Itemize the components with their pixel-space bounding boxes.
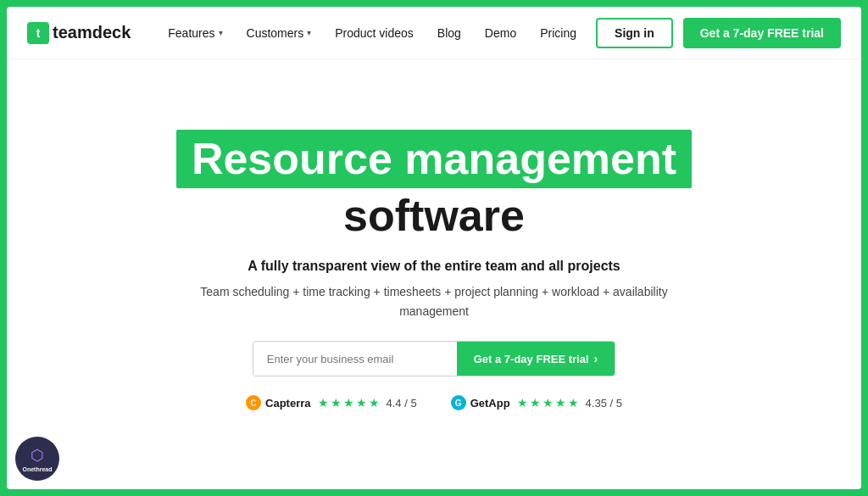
nav-item-blog[interactable]: Blog (427, 20, 471, 47)
getapp-score: 4.35 / 5 (586, 397, 622, 410)
rating-getapp: G GetApp ★ ★ ★ ★ ★ 4.35 / 5 (451, 395, 622, 410)
logo[interactable]: t teamdeck (27, 22, 131, 44)
nav-item-demo[interactable]: Demo (475, 20, 526, 47)
hero-section: Resource management software A fully tra… (7, 59, 861, 489)
hero-title-wrapper: Resource management software (176, 130, 692, 240)
chevron-down-icon: ▾ (307, 28, 311, 37)
nav-item-features[interactable]: Features ▾ (158, 20, 232, 47)
onethread-icon: ⬡ (31, 446, 44, 465)
nav-links: Features ▾ Customers ▾ Product videos Bl… (158, 20, 596, 47)
ratings: C Capterra ★ ★ ★ ★ ★ 4.4 / 5 G (246, 395, 622, 410)
getapp-stars: ★ ★ ★ ★ ★ (517, 396, 579, 410)
inner-container: t teamdeck Features ▾ Customers ▾ Produc… (7, 7, 861, 489)
signin-button[interactable]: Sign in (596, 18, 673, 48)
arrow-icon: › (594, 352, 598, 365)
rating-capterra: C Capterra ★ ★ ★ ★ ★ 4.4 / 5 (246, 395, 417, 410)
getapp-icon: G (451, 395, 466, 410)
logo-text: teamdeck (53, 23, 131, 42)
hero-description: Team scheduling + time tracking + timesh… (171, 282, 697, 320)
capterra-stars: ★ ★ ★ ★ ★ (318, 396, 380, 410)
chevron-down-icon: ▾ (219, 28, 223, 37)
hero-headline-line2: software (343, 191, 525, 240)
trial-button-cta[interactable]: Get a 7-day FREE trial › (457, 342, 615, 376)
onethread-badge[interactable]: ⬡ Onethread (15, 437, 59, 481)
hero-headline-bg: Resource management (176, 130, 692, 188)
nav-item-pricing[interactable]: Pricing (530, 20, 587, 47)
capterra-score: 4.4 / 5 (387, 397, 417, 410)
getapp-logo: G GetApp (451, 395, 510, 410)
navbar: t teamdeck Features ▾ Customers ▾ Produc… (7, 7, 861, 59)
email-form: Get a 7-day FREE trial › (253, 341, 616, 376)
hero-headline-line1: Resource management (192, 134, 676, 183)
nav-item-product-videos[interactable]: Product videos (325, 20, 424, 47)
logo-icon: t (27, 22, 49, 44)
capterra-logo: C Capterra (246, 395, 310, 410)
capterra-icon: C (246, 395, 261, 410)
onethread-label: Onethread (22, 466, 52, 472)
email-input[interactable] (253, 343, 457, 376)
nav-actions: Sign in Get a 7-day FREE trial (596, 18, 841, 48)
outer-border: t teamdeck Features ▾ Customers ▾ Produc… (0, 0, 868, 496)
nav-item-customers[interactable]: Customers ▾ (236, 20, 322, 47)
trial-button-nav[interactable]: Get a 7-day FREE trial (683, 18, 841, 48)
hero-subtitle: A fully transparent view of the entire t… (248, 259, 620, 274)
